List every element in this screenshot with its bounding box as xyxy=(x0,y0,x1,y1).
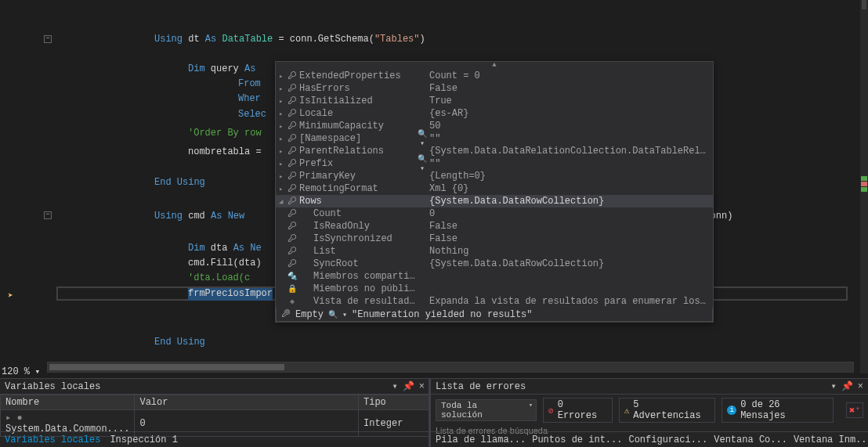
expand-icon[interactable]: ▸ xyxy=(279,147,287,156)
dropdown-icon[interactable]: ▾ xyxy=(392,379,398,394)
property-name: MinimumCapacity xyxy=(298,121,415,132)
datatip-row[interactable]: 🔩Miembros compartidos xyxy=(276,270,713,283)
empty-label: Empty xyxy=(295,309,324,320)
datatip-row[interactable]: ▸[Namespace]🔍▾"" xyxy=(276,132,713,145)
datatip-row[interactable]: ▸HasErrorsFalse xyxy=(276,82,713,95)
dropdown-icon[interactable]: ▾ xyxy=(831,379,837,394)
datatip-row[interactable]: 🔒Miembros no públicos xyxy=(276,283,713,295)
locals-panel: Variables locales ▾ 📌 × Nombre Valor Tip… xyxy=(0,378,429,447)
datatip-row[interactable]: ListNothing xyxy=(276,245,713,258)
code-line[interactable]: Selec xyxy=(238,109,266,120)
code-line[interactable]: Using dt As DataTable = conn.GetSchema("… xyxy=(154,34,425,45)
property-value: {System.Data.DataRowCollection} xyxy=(429,258,710,269)
wrench-icon xyxy=(287,108,298,120)
expand-icon[interactable]: ◢ xyxy=(279,197,287,206)
expand-icon[interactable]: ▸ xyxy=(279,172,287,181)
debug-datatip[interactable]: ▲ ▸ExtendedPropertiesCount = 0▸HasErrors… xyxy=(275,61,714,323)
tab-locals[interactable]: Variables locales xyxy=(5,434,100,445)
pin-icon[interactable]: 📌 xyxy=(841,379,853,394)
expand-icon[interactable]: ▸ xyxy=(279,122,287,131)
locals-table[interactable]: Nombre Valor Tipo ▸ ● System.Data.Common… xyxy=(0,395,429,437)
datatip-row[interactable]: ◢Rows{System.Data.DataRowCollection} xyxy=(276,195,713,207)
property-name: ExtendedProperties xyxy=(298,70,415,81)
col-value[interactable]: Valor xyxy=(135,395,359,410)
col-type[interactable]: Tipo xyxy=(359,395,429,410)
datatip-row[interactable]: ◈Vista de resultadosExpanda la vista de … xyxy=(276,295,713,308)
datatip-row[interactable]: ▸MinimumCapacity50 xyxy=(276,120,713,132)
expand-icon[interactable]: ▸ xyxy=(279,72,287,81)
datatip-row[interactable]: IsSynchronizedFalse xyxy=(276,233,713,245)
col-name[interactable]: Nombre xyxy=(1,395,135,410)
code-line[interactable]: cmd.Fill(dta) xyxy=(188,258,262,269)
tab-configuraci-[interactable]: Configuraci... xyxy=(628,434,707,445)
scope-combo[interactable]: Toda la solución xyxy=(436,399,537,421)
datatip-row[interactable]: Count0 xyxy=(276,207,713,220)
property-name: Prefix xyxy=(298,158,415,169)
tab-pila-de-llama-[interactable]: Pila de llama... xyxy=(436,434,526,445)
magnifier-icon[interactable]: 🔍 ▾ xyxy=(328,310,347,319)
code-line[interactable]: 'Order By row xyxy=(188,128,262,139)
messages-pill[interactable]: i0 de 26 Mensajes xyxy=(722,398,834,423)
code-line[interactable]: 'dta.Load(c xyxy=(188,272,250,283)
property-name: Count xyxy=(298,208,415,219)
tab-ventana-inm-[interactable]: Ventana Inm... xyxy=(794,434,868,445)
property-value: {System.Data.DataRowCollection} xyxy=(429,196,710,207)
right-marker-bar[interactable] xyxy=(860,0,868,373)
close-icon[interactable]: × xyxy=(858,379,863,394)
code-line[interactable]: Using cmd As New xyxy=(154,211,250,222)
property-value: False xyxy=(429,83,710,94)
property-name: List xyxy=(298,246,415,257)
magnifier-icon[interactable]: 🔍▾ xyxy=(415,154,429,173)
expand-icon[interactable]: ▸ xyxy=(279,135,287,143)
code-line[interactable]: Dim dta As Ne xyxy=(188,243,262,254)
tab-ventana-co-[interactable]: Ventana Co... xyxy=(714,434,787,445)
code-line[interactable]: Dim query As xyxy=(188,63,255,74)
expand-icon[interactable]: ▸ xyxy=(279,97,287,106)
property-value: Xml {0} xyxy=(429,183,710,194)
property-value: Expanda la vista de resultados para enum… xyxy=(429,296,710,307)
datatip-row[interactable]: ▸ParentRelations{System.Data.DataRelatio… xyxy=(276,145,713,157)
wrench-icon xyxy=(287,83,298,95)
fold-toggle[interactable]: − xyxy=(44,35,52,43)
code-line[interactable]: End Using xyxy=(154,337,205,348)
code-line[interactable]: End Using xyxy=(154,177,205,188)
datatip-row[interactable]: ▸ExtendedPropertiesCount = 0 xyxy=(276,70,713,82)
expand-icon[interactable]: ▸ xyxy=(279,110,287,118)
expand-icon[interactable]: ▸ xyxy=(279,185,287,193)
property-value: {es-AR} xyxy=(429,108,710,119)
scroll-up-icon[interactable]: ▲ xyxy=(276,62,713,70)
horizontal-scrollbar[interactable] xyxy=(47,362,854,373)
code-line[interactable]: nombretabla = xyxy=(188,146,262,157)
zoom-level[interactable]: 120 % ▾ xyxy=(2,366,40,377)
warnings-pill[interactable]: ⚠5 Advertencias xyxy=(619,398,716,423)
datatip-row[interactable]: IsReadOnlyFalse xyxy=(276,220,713,233)
expand-icon[interactable]: ▸ xyxy=(279,160,287,168)
tab-watch[interactable]: Inspección 1 xyxy=(110,434,177,445)
tab-puntos-de-int-[interactable]: Puntos de int... xyxy=(532,434,622,445)
datatip-empty-row: Empty 🔍 ▾ "Enumeration yielded no result… xyxy=(276,308,713,322)
wrench-icon xyxy=(287,146,298,157)
datatip-row[interactable]: ▸Locale{es-AR} xyxy=(276,107,713,120)
datatip-row[interactable]: ▸RemotingFormatXml {0} xyxy=(276,182,713,195)
expand-icon[interactable]: ▸ xyxy=(279,85,287,93)
wrench-icon xyxy=(287,158,298,170)
code-line[interactable]: frmPreciosImpor xyxy=(188,288,273,299)
property-name: PrimaryKey xyxy=(298,171,415,182)
magnifier-icon[interactable]: 🔍▾ xyxy=(415,129,429,148)
code-line[interactable]: From xyxy=(238,78,261,89)
datatip-row[interactable]: ▸Prefix🔍▾"" xyxy=(276,157,713,170)
fold-toggle[interactable]: − xyxy=(44,211,52,219)
datatip-row[interactable]: ▸PrimaryKey{Length=0} xyxy=(276,170,713,182)
build-filter-button[interactable]: ✖⁺ xyxy=(846,402,863,418)
datatip-row[interactable]: ▸IsInitializedTrue xyxy=(276,95,713,107)
close-icon[interactable]: × xyxy=(419,379,425,394)
property-name: Vista de resultados xyxy=(298,296,415,307)
wrench-icon xyxy=(287,96,298,107)
pin-icon[interactable]: 📌 xyxy=(403,379,414,394)
code-line[interactable]: Wher xyxy=(238,93,261,104)
wrench-icon xyxy=(287,258,298,270)
property-value: Nothing xyxy=(429,246,710,257)
errors-pill[interactable]: ⊘0 Errores xyxy=(543,398,613,423)
datatip-row[interactable]: SyncRoot{System.Data.DataRowCollection} xyxy=(276,258,713,270)
property-value: Count = 0 xyxy=(429,70,710,81)
